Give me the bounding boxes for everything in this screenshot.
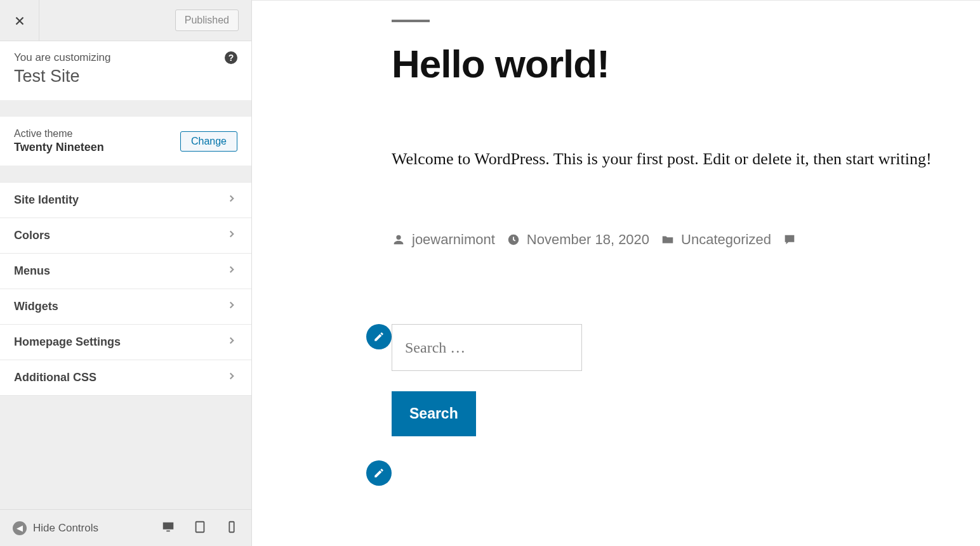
theme-name: Twenty Nineteen <box>14 141 104 154</box>
device-toggles <box>161 520 239 536</box>
customizing-info: You are customizing Test Site ? <box>0 41 251 100</box>
svg-rect-0 <box>196 521 204 532</box>
svg-rect-1 <box>229 521 234 532</box>
hide-controls-label: Hide Controls <box>33 522 98 535</box>
customizer-panels: Site Identity Colors Menus Widgets Homep… <box>0 182 251 396</box>
meta-date[interactable]: November 18, 2020 <box>507 231 649 248</box>
search-widget: Search <box>392 324 948 436</box>
pencil-icon <box>373 467 385 479</box>
device-desktop-button[interactable] <box>161 520 175 536</box>
post-meta: joewarnimont November 18, 2020 Uncategor… <box>392 231 948 248</box>
comment-icon <box>783 233 797 247</box>
title-decoration <box>392 20 430 22</box>
panel-site-identity[interactable]: Site Identity <box>0 182 251 218</box>
active-theme-row: Active theme Twenty Nineteen Change <box>0 117 251 166</box>
tablet-icon <box>193 520 207 534</box>
edit-shortcut-button[interactable] <box>366 460 392 486</box>
meta-author[interactable]: joewarnimont <box>392 231 495 248</box>
panel-label: Widgets <box>14 300 58 313</box>
theme-label: Active theme <box>14 128 104 140</box>
sidebar-topbar: Published <box>0 0 251 41</box>
folder-icon <box>661 233 675 247</box>
sidebar-filler <box>0 396 251 509</box>
device-mobile-button[interactable] <box>225 520 239 536</box>
chevron-right-icon <box>226 335 237 349</box>
topbar-actions: Published <box>39 0 251 41</box>
device-tablet-button[interactable] <box>193 520 207 536</box>
close-icon <box>13 14 27 28</box>
author-name: joewarnimont <box>412 231 495 248</box>
post-title: Hello world! <box>392 41 948 86</box>
post-content: Hello world! Welcome to WordPress. This … <box>252 1 980 436</box>
panel-label: Additional CSS <box>14 371 96 384</box>
customizing-label: You are customizing <box>14 51 237 64</box>
close-button[interactable] <box>0 0 39 41</box>
search-input[interactable] <box>392 324 582 371</box>
chevron-right-icon <box>226 228 237 243</box>
panel-menus[interactable]: Menus <box>0 253 251 289</box>
theme-info: Active theme Twenty Nineteen <box>14 128 104 154</box>
chevron-right-icon <box>226 370 237 385</box>
chevron-right-icon <box>226 299 237 314</box>
desktop-icon <box>161 520 175 534</box>
panel-additional-css[interactable]: Additional CSS <box>0 360 251 396</box>
panel-colors[interactable]: Colors <box>0 218 251 253</box>
panel-label: Colors <box>14 229 50 242</box>
chevron-right-icon <box>226 264 237 278</box>
meta-category[interactable]: Uncategorized <box>661 231 771 248</box>
mobile-icon <box>225 520 239 534</box>
site-preview: Hello world! Welcome to WordPress. This … <box>252 0 980 546</box>
panel-label: Homepage Settings <box>14 335 121 349</box>
chevron-right-icon <box>226 193 237 207</box>
sidebar-footer: ◀ Hide Controls <box>0 509 251 546</box>
panel-label: Menus <box>14 264 50 278</box>
hide-controls-button[interactable]: ◀ Hide Controls <box>13 521 161 535</box>
customizer-sidebar: Published You are customizing Test Site … <box>0 0 252 546</box>
help-icon[interactable]: ? <box>225 51 237 64</box>
search-button[interactable]: Search <box>392 391 476 436</box>
panel-homepage-settings[interactable]: Homepage Settings <box>0 324 251 360</box>
person-icon <box>392 233 406 247</box>
post-body: Welcome to WordPress. This is your first… <box>392 143 948 174</box>
publish-status-button[interactable]: Published <box>175 10 239 31</box>
collapse-icon: ◀ <box>13 521 27 535</box>
meta-comments[interactable] <box>783 233 797 247</box>
post-date: November 18, 2020 <box>527 231 649 248</box>
divider <box>0 100 251 117</box>
edit-shortcut-button[interactable] <box>366 324 392 349</box>
pencil-icon <box>373 331 385 342</box>
site-title: Test Site <box>14 67 237 86</box>
change-theme-button[interactable]: Change <box>180 131 237 152</box>
divider <box>0 166 251 182</box>
panel-label: Site Identity <box>14 193 79 207</box>
clock-icon <box>507 233 520 247</box>
category-name: Uncategorized <box>681 231 771 248</box>
panel-widgets[interactable]: Widgets <box>0 289 251 324</box>
